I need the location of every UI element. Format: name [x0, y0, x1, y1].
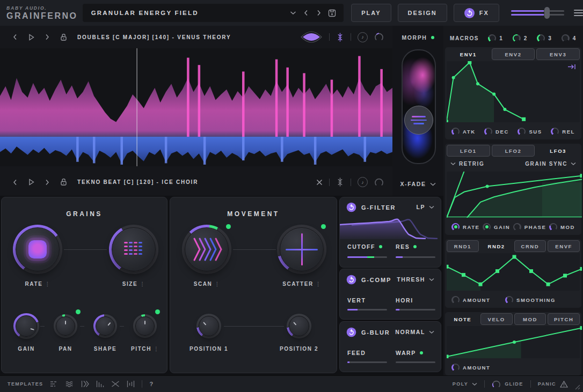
- templates-button[interactable]: TEMPLATES: [8, 381, 43, 387]
- tab-mod[interactable]: MOD: [514, 313, 546, 325]
- macro-1-knob[interactable]: 1: [488, 34, 503, 42]
- random-display[interactable]: [447, 253, 580, 291]
- sync-note-icon[interactable]: ♪: [358, 177, 368, 187]
- tab-env2[interactable]: ENV2: [492, 48, 535, 60]
- sustain-knob[interactable]: SUS: [518, 128, 542, 136]
- preset-browser[interactable]: GRANULAR ENERGY FIELD: [83, 4, 344, 22]
- fx-mode-button[interactable]: FX: [454, 4, 499, 22]
- chevron-down-icon[interactable]: [287, 6, 300, 19]
- vert-slider[interactable]: [347, 309, 387, 310]
- power-icon[interactable]: [346, 202, 356, 212]
- template-scan-icon[interactable]: [81, 380, 89, 388]
- macro-3-knob[interactable]: 3: [537, 34, 552, 42]
- tab-pitch[interactable]: PITCH: [548, 313, 580, 325]
- size-knob[interactable]: [109, 225, 158, 274]
- output-mix-slider[interactable]: [511, 6, 564, 19]
- grain-shape-icon[interactable]: [300, 31, 323, 43]
- poly-select[interactable]: POLY: [453, 381, 477, 387]
- speed-knob[interactable]: [374, 32, 384, 42]
- res-slider[interactable]: [396, 256, 435, 258]
- play-icon[interactable]: [25, 176, 38, 189]
- attack-knob[interactable]: ATK: [451, 128, 476, 136]
- tab-lfo2[interactable]: LFO2: [492, 145, 535, 157]
- preset-prev-button[interactable]: [300, 6, 312, 19]
- gfilter-mode-select[interactable]: LP: [416, 204, 434, 210]
- template-waves-icon[interactable]: [65, 380, 74, 388]
- preset-next-button[interactable]: [312, 6, 325, 19]
- keytrack-display[interactable]: [447, 326, 580, 358]
- morph-mode-select[interactable]: X-FADE: [392, 181, 443, 187]
- play-mode-button[interactable]: PLAY: [351, 4, 391, 22]
- tab-note[interactable]: NOTE: [447, 313, 479, 325]
- slider-handle[interactable]: [544, 7, 550, 19]
- gain-knob[interactable]: [13, 313, 39, 339]
- gcomp-mode-select[interactable]: THRESH: [397, 276, 434, 283]
- position1-knob[interactable]: [196, 314, 221, 338]
- release-knob[interactable]: REL: [551, 128, 575, 136]
- waveform-display[interactable]: [0, 48, 392, 166]
- env-snap-icon[interactable]: [567, 64, 576, 70]
- lfo-mod-knob[interactable]: MOD: [549, 223, 575, 231]
- close-icon[interactable]: [316, 179, 323, 186]
- rnd-amount-knob[interactable]: AMOUNT: [451, 296, 490, 304]
- play-icon[interactable]: [25, 31, 38, 43]
- freeze-icon[interactable]: [336, 177, 344, 187]
- menu-icon[interactable]: [574, 8, 583, 18]
- tab-velo[interactable]: VELO: [480, 313, 513, 325]
- tab-lfo1[interactable]: LFO1: [447, 145, 490, 157]
- lfo-phase-knob[interactable]: PHASE: [513, 223, 546, 231]
- macro-4-knob[interactable]: 4: [562, 34, 577, 42]
- tab-rnd1[interactable]: RND1: [447, 240, 479, 252]
- sample-next-icon[interactable]: [41, 176, 54, 189]
- shape-knob[interactable]: [93, 314, 117, 338]
- decay-knob[interactable]: DEC: [484, 128, 509, 136]
- feed-slider[interactable]: [347, 361, 387, 363]
- cutoff-slider[interactable]: [347, 256, 387, 258]
- save-icon[interactable]: [325, 6, 338, 19]
- sample-next-icon[interactable]: [41, 31, 54, 43]
- scan-knob[interactable]: [182, 225, 231, 274]
- rnd-smoothing-knob[interactable]: SMOOTHING: [505, 296, 556, 304]
- resize-handle[interactable]: [575, 384, 580, 390]
- design-mode-button[interactable]: DESIGN: [398, 4, 447, 22]
- keytrack-amount-knob[interactable]: AMOUNT: [451, 364, 490, 372]
- tab-lfo3[interactable]: LFO3: [536, 145, 580, 157]
- filter-curve-display[interactable]: [340, 215, 441, 239]
- template-bars-asc-icon[interactable]: [96, 380, 104, 388]
- tab-env3[interactable]: ENV3: [536, 48, 580, 60]
- retrig-select[interactable]: RETRIG: [450, 161, 484, 167]
- lfo-gain-knob[interactable]: GAIN: [483, 223, 510, 231]
- sync-note-icon[interactable]: ♪: [358, 32, 368, 42]
- help-button[interactable]: ?: [149, 381, 154, 387]
- glide-knob[interactable]: GLIDE: [492, 380, 523, 389]
- sample-prev-icon[interactable]: [9, 31, 21, 43]
- pitch-knob[interactable]: [133, 314, 157, 338]
- macro-2-knob[interactable]: 2: [513, 34, 528, 42]
- grain-sync-select[interactable]: GRAIN SYNC: [525, 161, 576, 167]
- lfo-rate-knob[interactable]: RATE: [451, 223, 480, 231]
- hori-slider[interactable]: [396, 309, 435, 310]
- sample-b-name[interactable]: TEKNO BEAT [C] [120] - ICE CHOIR: [77, 179, 198, 185]
- freeze-icon[interactable]: [336, 33, 344, 42]
- template-cross-icon[interactable]: [111, 380, 120, 388]
- lock-icon[interactable]: [57, 176, 70, 189]
- tab-crnd[interactable]: CRND: [514, 240, 546, 252]
- rate-knob[interactable]: [13, 225, 62, 274]
- lfo-display[interactable]: [447, 172, 580, 218]
- morph-slider-handle[interactable]: [404, 106, 433, 135]
- template-bars-sym-icon[interactable]: [127, 380, 135, 388]
- panic-button[interactable]: PANIC: [538, 381, 568, 388]
- tab-rnd2[interactable]: RND2: [480, 240, 513, 252]
- warp-slider[interactable]: [396, 361, 435, 363]
- gblur-mode-select[interactable]: NORMAL: [395, 329, 434, 335]
- envelope-display[interactable]: [447, 61, 580, 122]
- power-icon[interactable]: [346, 275, 356, 285]
- tab-envf[interactable]: ENVF: [548, 240, 580, 252]
- speed-knob[interactable]: [374, 177, 384, 187]
- pan-knob[interactable]: [54, 314, 77, 338]
- morph-slider[interactable]: [402, 49, 436, 164]
- position2-knob[interactable]: [287, 314, 311, 338]
- tab-env1[interactable]: ENV1: [447, 48, 490, 60]
- lock-icon[interactable]: [57, 31, 70, 43]
- scatter-knob[interactable]: [277, 225, 326, 274]
